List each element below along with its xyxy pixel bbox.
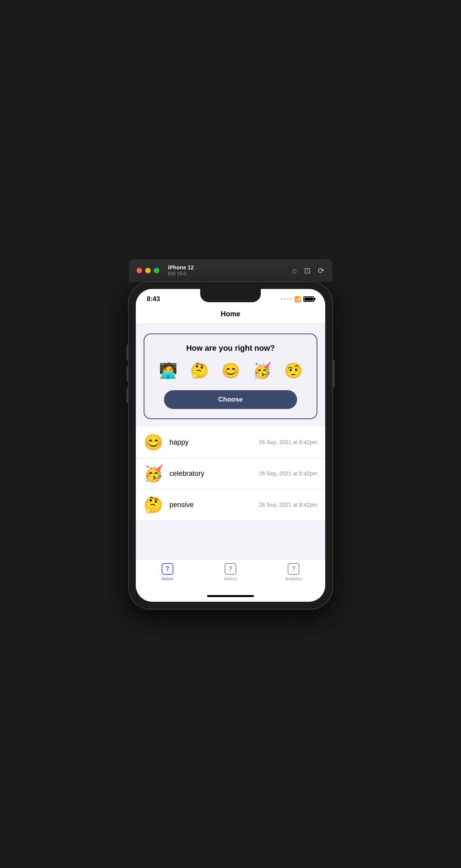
nav-header: Home <box>136 306 325 324</box>
mac-toolbar: iPhone 12 iOS 15.0 ⌂ ⊡ ⟳ <box>129 259 332 282</box>
battery-icon <box>303 296 314 302</box>
history-time-happy: 26 Sep, 2021 at 8:42pm <box>259 439 317 445</box>
emoji-working[interactable]: 🧑‍💻 <box>159 362 177 379</box>
tab-home[interactable]: ? Home <box>136 563 199 581</box>
signal-dots <box>281 298 292 300</box>
signal-dot-3 <box>287 298 289 300</box>
wifi-icon: 📶 <box>294 296 301 302</box>
history-item-happy[interactable]: 😊 happy 26 Sep, 2021 at 8:42pm <box>136 427 325 458</box>
emoji-row: 🧑‍💻 🤔 😊 🥳 🤨 <box>152 362 309 379</box>
home-indicator <box>136 592 325 602</box>
notch <box>200 289 261 302</box>
tab-analytics-icon: ? <box>288 563 299 575</box>
main-content: How are you right now? 🧑‍💻 🤔 😊 🥳 🤨 Choos… <box>136 324 325 559</box>
mac-toolbar-left: iPhone 12 iOS 15.0 <box>137 264 194 277</box>
mood-card: How are you right now? 🧑‍💻 🤔 😊 🥳 🤨 Choos… <box>144 334 317 419</box>
app-wrapper: iPhone 12 iOS 15.0 ⌂ ⊡ ⟳ 8:43 <box>129 259 332 609</box>
history-mood-happy: happy <box>169 438 259 447</box>
history-emoji-celebratory: 🥳 <box>144 464 163 483</box>
emoji-happy[interactable]: 😊 <box>221 362 240 379</box>
history-emoji-pensive: 🤔 <box>144 496 163 514</box>
tab-home-label: Home <box>162 576 173 581</box>
tab-history-label: History <box>224 576 237 581</box>
emoji-thinking[interactable]: 🤔 <box>190 362 209 379</box>
tab-analytics-label: Analytics <box>285 576 302 581</box>
home-icon[interactable]: ⌂ <box>292 266 297 275</box>
phone-frame: 8:43 📶 Home <box>129 282 332 609</box>
history-spacer <box>136 521 325 552</box>
device-name: iPhone 12 <box>168 264 194 271</box>
status-right: 📶 <box>281 296 314 302</box>
history-item-pensive[interactable]: 🤔 pensive 26 Sep, 2021 at 8:42pm <box>136 490 325 521</box>
emoji-celebratory[interactable]: 🥳 <box>253 362 271 379</box>
tab-history[interactable]: ? History <box>199 563 262 581</box>
history-list: 😊 happy 26 Sep, 2021 at 8:42pm 🥳 celebra… <box>136 427 325 552</box>
mood-question: How are you right now? <box>186 344 275 353</box>
mac-toolbar-right: ⌂ ⊡ ⟳ <box>292 266 324 275</box>
ios-version: iOS 15.0 <box>168 271 194 277</box>
status-time: 8:43 <box>147 295 160 303</box>
tab-analytics[interactable]: ? Analytics <box>262 563 325 581</box>
history-emoji-happy: 😊 <box>144 433 163 452</box>
tab-home-icon: ? <box>162 563 173 575</box>
tab-history-icon: ? <box>225 563 236 575</box>
signal-dot-2 <box>284 298 286 300</box>
device-info: iPhone 12 iOS 15.0 <box>168 264 194 277</box>
emoji-skeptical[interactable]: 🤨 <box>284 362 303 379</box>
phone-screen: 8:43 📶 Home <box>136 289 325 602</box>
home-indicator-bar <box>207 595 254 597</box>
history-mood-pensive: pensive <box>169 501 259 509</box>
screenshot-icon[interactable]: ⊡ <box>304 266 311 275</box>
signal-dot-4 <box>290 298 292 300</box>
minimize-dot[interactable] <box>145 268 151 273</box>
choose-button[interactable]: Choose <box>164 390 297 409</box>
tab-bar: ? Home ? History ? Analytics <box>136 559 325 592</box>
close-dot[interactable] <box>137 268 142 273</box>
nav-title: Home <box>221 310 240 318</box>
history-item-celebratory[interactable]: 🥳 celebratory 26 Sep, 2021 at 8:42pm <box>136 458 325 490</box>
history-time-pensive: 26 Sep, 2021 at 8:42pm <box>259 502 317 508</box>
history-time-celebratory: 26 Sep, 2021 at 8:42pm <box>259 470 317 477</box>
history-mood-celebratory: celebratory <box>169 470 259 478</box>
maximize-dot[interactable] <box>154 268 159 273</box>
rotate-icon[interactable]: ⟳ <box>318 266 324 275</box>
battery-fill <box>304 298 313 301</box>
signal-dot-1 <box>281 298 283 300</box>
